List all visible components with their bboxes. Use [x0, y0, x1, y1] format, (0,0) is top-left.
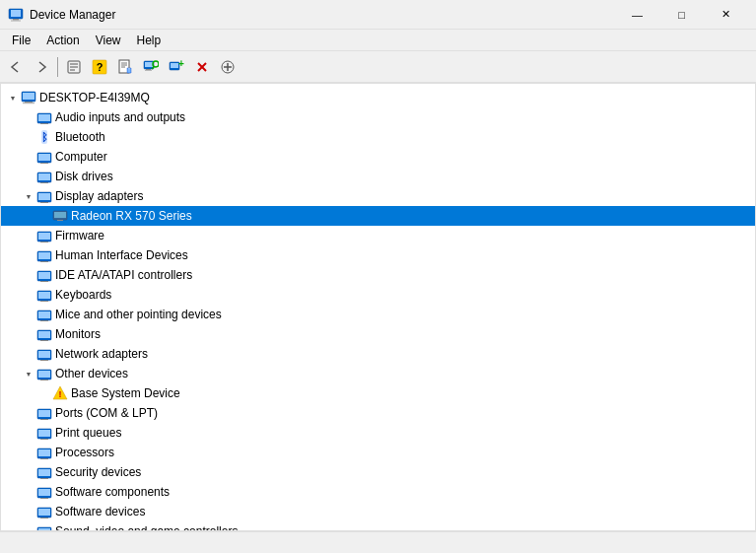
icon-basesystem: ! [52, 385, 68, 401]
svg-rect-44 [40, 182, 48, 183]
svg-rect-19 [145, 70, 152, 71]
main-panel[interactable]: DESKTOP-E4I39MQAudio inputs and outputsᛒ… [0, 83, 756, 531]
expander-displayadapters[interactable] [21, 188, 36, 204]
label-mice: Mice and other pointing devices [55, 308, 222, 321]
icon-root [21, 90, 36, 105]
tree-item-root[interactable]: DESKTOP-E4I39MQ [1, 88, 755, 107]
svg-rect-56 [40, 261, 48, 262]
svg-rect-79 [40, 419, 48, 420]
label-displayadapters: Display adapters [55, 189, 143, 203]
svg-rect-91 [40, 498, 48, 499]
svg-rect-23 [171, 63, 178, 68]
expander-root[interactable] [5, 90, 21, 105]
action-button[interactable] [216, 55, 240, 79]
icon-keyboards [36, 287, 52, 303]
svg-text:!: ! [59, 389, 62, 399]
label-printqueues: Print queues [55, 426, 121, 440]
svg-rect-50 [57, 220, 63, 221]
svg-rect-62 [40, 301, 48, 302]
minimize-button[interactable]: — [615, 0, 659, 30]
svg-rect-78 [38, 410, 50, 417]
label-bluetooth: Bluetooth [55, 130, 105, 144]
tree-item-displayadapters[interactable]: Display adapters [1, 186, 755, 206]
svg-rect-93 [38, 509, 50, 516]
tree-item-hid[interactable]: Human Interface Devices [1, 245, 755, 265]
svg-rect-18 [146, 69, 151, 70]
expander-otherdevices[interactable] [21, 366, 36, 381]
label-root: DESKTOP-E4I39MQ [39, 91, 150, 104]
label-ports: Ports (COM & LPT) [55, 406, 158, 420]
add-button[interactable]: + [165, 55, 188, 79]
svg-rect-84 [38, 449, 50, 456]
icon-printqueues [36, 425, 52, 441]
uninstall-button[interactable] [190, 55, 214, 79]
svg-rect-73 [38, 371, 50, 378]
label-securitydevices: Security devices [55, 465, 141, 479]
label-monitors: Monitors [55, 327, 101, 341]
tree-item-securitydevices[interactable]: Security devices [1, 462, 755, 482]
close-button[interactable]: ✕ [704, 0, 748, 30]
tree-item-ide[interactable]: IDE ATA/ATAPI controllers [1, 265, 755, 285]
menu-item-view[interactable]: View [88, 32, 129, 49]
driver-button[interactable]: ↑ [113, 55, 137, 79]
menu-item-action[interactable]: Action [38, 32, 87, 49]
menu-item-file[interactable]: File [4, 32, 38, 49]
tree-item-otherdevices[interactable]: Other devices [1, 364, 755, 383]
tree-item-bluetooth[interactable]: ᛒBluetooth [1, 127, 755, 147]
menu-item-help[interactable]: Help [129, 32, 170, 49]
label-keyboards: Keyboards [55, 288, 111, 302]
forward-button[interactable] [30, 55, 53, 79]
icon-monitors [36, 326, 52, 342]
svg-rect-68 [40, 340, 48, 341]
tree-item-networkadapters[interactable]: Network adapters [1, 344, 755, 364]
menubar: FileActionViewHelp [0, 30, 756, 51]
icon-computer [36, 149, 52, 165]
icon-securitydevices [36, 464, 52, 480]
tree-item-softwaredevices[interactable]: Software devices [1, 502, 755, 521]
svg-rect-41 [40, 163, 48, 164]
tree-item-keyboards[interactable]: Keyboards [1, 285, 755, 305]
device-tree: DESKTOP-E4I39MQAudio inputs and outputsᛒ… [1, 84, 755, 531]
svg-rect-67 [38, 331, 50, 338]
properties-button[interactable] [62, 55, 86, 79]
tree-item-ports[interactable]: Ports (COM & LPT) [1, 403, 755, 423]
tree-item-softwarecomponents[interactable]: Software components [1, 482, 755, 502]
back-button[interactable] [4, 55, 28, 79]
svg-rect-46 [38, 193, 50, 200]
tree-item-sound[interactable]: Sound, video and game controllers [1, 521, 755, 531]
tree-item-mice[interactable]: Mice and other pointing devices [1, 305, 755, 324]
tree-item-firmware[interactable]: Firmware [1, 226, 755, 245]
tree-item-audio[interactable]: Audio inputs and outputs [1, 107, 755, 127]
svg-rect-59 [40, 281, 48, 282]
label-otherdevices: Other devices [55, 367, 128, 380]
tree-item-printqueues[interactable]: Print queues [1, 423, 755, 443]
tree-item-radeon[interactable]: Radeon RX 570 Series [1, 206, 755, 226]
label-softwaredevices: Software devices [55, 505, 145, 518]
svg-rect-85 [40, 458, 48, 459]
icon-audio [36, 109, 52, 125]
help-button[interactable]: ? [88, 55, 111, 79]
svg-rect-55 [38, 252, 50, 259]
svg-rect-2 [13, 19, 19, 21]
statusbar [0, 531, 756, 553]
titlebar: Device Manager — □ ✕ [0, 0, 756, 30]
svg-rect-81 [38, 430, 50, 437]
scan-button[interactable] [139, 55, 163, 79]
tree-item-computer[interactable]: Computer [1, 147, 755, 167]
icon-diskdrives [36, 169, 52, 184]
tree-item-monitors[interactable]: Monitors [1, 324, 755, 344]
app-icon [8, 7, 24, 23]
svg-text:?: ? [97, 61, 103, 73]
tree-item-diskdrives[interactable]: Disk drives [1, 167, 755, 186]
icon-ports [36, 405, 52, 421]
label-diskdrives: Disk drives [55, 170, 113, 183]
label-firmware: Firmware [55, 229, 104, 242]
icon-displayadapters [36, 188, 52, 204]
tree-item-processors[interactable]: Processors [1, 443, 755, 462]
icon-firmware [36, 228, 52, 243]
label-processors: Processors [55, 446, 114, 459]
maximize-button[interactable]: □ [659, 0, 704, 30]
tree-item-basesystem[interactable]: !Base System Device [1, 383, 755, 403]
svg-rect-36 [40, 123, 48, 124]
svg-text:↑: ↑ [127, 66, 131, 73]
